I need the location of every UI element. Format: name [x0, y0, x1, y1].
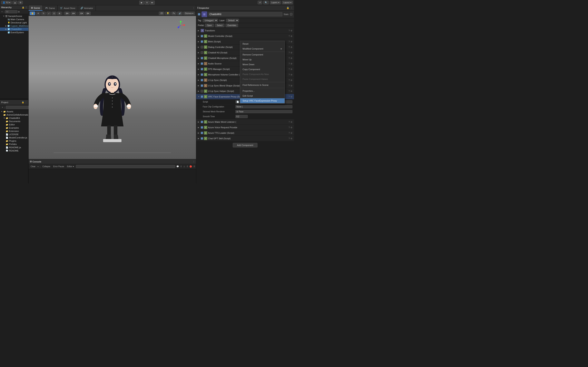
settings-button[interactable]: ⚙	[18, 1, 23, 4]
layout-dropdown[interactable]: Layout ▾	[282, 1, 293, 4]
component-model-controller[interactable]: ▶ ✓ C Model Controller (Script) ? ⚙	[196, 33, 294, 39]
inspector-more-icon[interactable]: ⋮	[291, 7, 293, 9]
layer-select[interactable]: Default	[226, 19, 239, 22]
ctx-remove-component[interactable]: Remove Component	[240, 52, 285, 57]
step-button[interactable]: ⏭	[150, 1, 155, 5]
audio-button[interactable]: 🔊	[177, 12, 182, 15]
2d-button[interactable]: 2D	[159, 12, 164, 15]
rect-tool-button[interactable]: ⊡	[52, 12, 56, 15]
chat-gpt-settings-icon[interactable]: ⚙	[291, 137, 292, 140]
console-search-input[interactable]	[76, 165, 175, 168]
fps-manager-check[interactable]: ✓	[201, 68, 203, 70]
dialog-controller-help-icon[interactable]: ?	[288, 46, 290, 48]
component-transform[interactable]: ▶ T Transform ? ⚙	[196, 28, 294, 33]
tag-select[interactable]: Untagged	[203, 19, 218, 22]
mic-volume-check[interactable]: ✓	[201, 73, 203, 76]
hierarchy-item-main-camera[interactable]: 📷 Main Camera	[0, 18, 28, 21]
fps-manager-settings-icon[interactable]: ⚙	[291, 68, 292, 70]
cloud-button[interactable]: ☁	[12, 1, 17, 4]
audio-source-settings-icon[interactable]: ⚙	[291, 63, 292, 65]
prefab-open-button[interactable]: Open	[205, 24, 214, 27]
vrc-face-settings-icon[interactable]: ⚙	[291, 96, 292, 98]
u-lip-sync-help-icon[interactable]: ?	[288, 79, 290, 81]
tab-animator[interactable]: 🔗 Animator	[78, 5, 96, 11]
tabs-more-button[interactable]: ⋮	[191, 6, 196, 10]
clear-button[interactable]: Clear	[30, 165, 36, 168]
hierarchy-search-input[interactable]	[5, 10, 17, 13]
light-toggle-button[interactable]: 💡	[165, 12, 171, 15]
scale-tool-button[interactable]: ⤢	[47, 12, 51, 15]
pause-button[interactable]: ⏸	[145, 1, 149, 5]
mic-volume-settings-icon[interactable]: ⚙	[291, 74, 292, 76]
hierarchy-add-button[interactable]: +	[1, 10, 3, 13]
prefab-select-button[interactable]: Select	[215, 24, 224, 27]
ctx-modified-component[interactable]: Modified Component ▶	[240, 46, 285, 51]
chatdoll-mic-check[interactable]: ✓	[201, 57, 203, 59]
project-item-readme[interactable]: 📄 README	[0, 149, 28, 151]
fx-button[interactable]: Fx	[171, 12, 176, 15]
project-add-button[interactable]: +	[1, 106, 4, 109]
hierarchy-filter-icon[interactable]: ⊟	[18, 11, 20, 13]
component-azure-voice[interactable]: ▶ ✓ C Azure Voice Request Provide ? ⚙	[196, 125, 294, 130]
azure-voice-settings-icon[interactable]: ⚙	[291, 126, 292, 129]
u-lip-blend-settings-icon[interactable]: ⚙	[291, 85, 292, 87]
collapse-button[interactable]: Collapse	[42, 165, 51, 168]
ctx-setup-vrc[interactable]: Setup VRC FaceExpression Proxy	[240, 98, 285, 103]
search-button[interactable]: 🔍	[263, 1, 269, 4]
hierarchy-item-eventsystem[interactable]: 🧊 EventSystem	[0, 31, 28, 34]
add-component-button[interactable]: Add Component	[233, 143, 258, 147]
gizmos-button[interactable]: Gizmos ▾	[183, 12, 195, 15]
hierarchy-item-samplescene[interactable]: ▼ 🎬 SampleScene	[0, 15, 28, 18]
account-button[interactable]: 👤 YU ▾	[1, 1, 12, 4]
chatdoll-mic-help-icon[interactable]: ?	[288, 57, 290, 59]
project-item-examples[interactable]: 📁 Examples	[0, 126, 28, 129]
console-more-icon[interactable]: ⋮	[193, 160, 195, 163]
prefab-overrides-button[interactable]: Overrides	[226, 24, 238, 27]
object-name-input[interactable]	[208, 12, 282, 16]
project-more-icon[interactable]: ⋮	[25, 101, 27, 103]
console-tab[interactable]: ⊟ Console	[30, 160, 41, 163]
chat-gpt-help-icon[interactable]: ?	[288, 137, 290, 140]
project-item-editor[interactable]: 📁 Editor	[0, 123, 28, 126]
ctx-move-up[interactable]: Move Up	[240, 57, 285, 62]
model-controller-check[interactable]: ✓	[201, 35, 203, 37]
snap-button[interactable]: ⊟▾	[79, 12, 84, 15]
hierarchy-item-chatdollkit[interactable]: ▶ 🧊 ChatdollKit	[0, 27, 28, 31]
project-item-animegirl[interactable]: 📁 AnimeGirlIdleAnimations_free	[0, 113, 28, 117]
pivot-button[interactable]: ⊞▾	[64, 12, 70, 15]
chatdoll-kit-check[interactable]	[201, 51, 203, 54]
vrc-smooth-input[interactable]	[235, 115, 248, 118]
audio-source-help-icon[interactable]: ?	[288, 63, 290, 65]
object-active-checkbox[interactable]: ✓	[198, 13, 200, 16]
transform-help-icon[interactable]: ?	[288, 30, 290, 32]
project-item-assets[interactable]: ▼ 📁 Assets	[0, 110, 28, 113]
chatdoll-kit-help-icon[interactable]: ?	[288, 52, 290, 54]
tab-scene[interactable]: ⊞ Scene	[29, 5, 43, 11]
layers-dropdown[interactable]: Layers ▾	[270, 1, 281, 4]
hierarchy-item-directional-light[interactable]: 💡 Directional Light	[0, 21, 28, 24]
audio-source-check[interactable]: ✓	[201, 62, 203, 65]
project-item-modelcontroller[interactable]: 📄 ModelController.ja	[0, 136, 28, 139]
ctx-find-references[interactable]: Find References In Scene	[240, 83, 285, 87]
vrc-face-clip-value[interactable]: None (	[235, 105, 292, 108]
chatdoll-mic-settings-icon[interactable]: ⚙	[291, 57, 292, 59]
azure-voice-check[interactable]: ✓	[201, 126, 203, 129]
move-tool-button[interactable]: ✛	[36, 12, 40, 15]
project-item-license[interactable]: 📄 LICENSE	[0, 133, 28, 136]
editor-button[interactable]: Editor ▾	[66, 165, 75, 168]
azure-tts-settings-icon[interactable]: ⚙	[291, 132, 292, 134]
hand-tool-button[interactable]: ✋	[30, 12, 35, 15]
ctx-copy-component[interactable]: Copy Component	[240, 67, 285, 72]
component-azure-wake[interactable]: ▶ ✓ C Azure Wake Word Listener ( ? ⚙	[196, 119, 294, 125]
azure-voice-help-icon[interactable]: ?	[288, 126, 290, 129]
chatdoll-kit-settings-icon[interactable]: ⚙	[291, 52, 292, 54]
transform-settings-icon[interactable]: ⚙	[291, 30, 292, 32]
component-chat-gpt[interactable]: ▶ ✓ C Chat GPT Skill (Script) ? ⚙	[196, 136, 294, 141]
component-azure-tts[interactable]: ▶ ✓ C Azure TTS Loader (Script) ? ⚙	[196, 130, 294, 136]
ctx-properties[interactable]: Properties...	[240, 89, 285, 93]
u-lip-helper-check[interactable]	[201, 90, 203, 92]
static-checkbox[interactable]	[290, 13, 292, 16]
fps-manager-help-icon[interactable]: ?	[288, 68, 290, 70]
blink-check[interactable]: ✓	[201, 40, 203, 43]
scene-view[interactable]: Y	[29, 16, 196, 159]
